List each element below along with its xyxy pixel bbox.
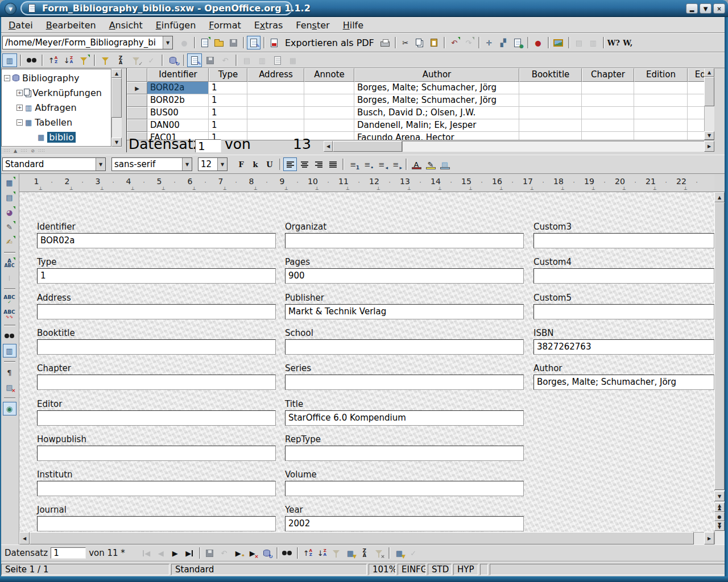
hscrollbar-thumb[interactable] [30,532,694,544]
column-header-annote[interactable]: Annote [304,68,354,82]
tree-item-label[interactable]: Bibliography [22,73,80,84]
chevron-down-icon[interactable]: ▼ [163,36,172,49]
field-input-editor[interactable] [37,410,276,426]
grid-cell[interactable] [519,82,582,94]
grid-cell[interactable] [304,82,354,94]
tab-stop-marker[interactable]: ⊥ [592,186,595,191]
tab-stop-marker[interactable]: ⊥ [39,186,43,191]
field-input-series[interactable] [285,375,524,390]
edit-data-icon[interactable]: ✎ [187,53,202,67]
draw-functions-icon[interactable]: ✎ [3,220,16,234]
font-name-input[interactable] [112,159,182,169]
export-pdf-icon[interactable] [267,36,281,49]
last-record-icon[interactable]: ▶ [183,546,196,560]
field-input-address[interactable] [37,304,276,319]
find-record-icon[interactable] [280,546,294,560]
refresh-icon[interactable]: ↻ [260,546,274,560]
tree-item-label[interactable]: Verknüpfungen [32,88,102,98]
field-input-journal[interactable] [37,516,276,531]
tab-stop-marker[interactable]: ⊥ [346,186,350,191]
grid-hscrollbar-thumb[interactable] [333,141,402,152]
grid-vertical-scrollbar[interactable]: ▲ ▼ [704,68,714,140]
edit-file-icon[interactable]: ✎ [247,36,260,49]
splitter-handle[interactable] [20,149,27,153]
column-header-identifier[interactable]: Identifier [147,68,209,82]
font-size-combo[interactable]: ▼ [198,157,228,171]
sort-ascending-icon[interactable]: ↑AZ [301,546,315,560]
menu-format[interactable]: Format [202,18,247,32]
navigator-icon[interactable]: ✛ [482,36,496,49]
grid-cell[interactable] [519,107,582,119]
grid-cell[interactable] [582,82,634,94]
standard-filter-icon[interactable]: ▦▼ [344,546,357,560]
chevron-down-icon[interactable]: ▼ [182,158,192,171]
insert-object-icon[interactable]: ◕ [3,205,16,219]
field-input-chapter[interactable] [37,375,276,390]
graphics-onoff-icon[interactable]: ▨× [3,380,16,394]
decrease-indent-icon[interactable]: ≡◂ [375,157,388,171]
grid-cell[interactable] [634,94,688,107]
paste-icon[interactable] [427,36,441,49]
grid-cell[interactable] [247,107,304,119]
grid-cell[interactable]: Borges, Malte; Schumacher, Jörg [354,82,519,94]
increase-indent-icon[interactable]: ≡▸ [389,157,403,171]
paragraph-style-combo[interactable]: ▼ [2,157,106,171]
align-left-icon[interactable] [283,157,297,171]
grid-scrollbar-thumb[interactable] [704,77,714,106]
expand-icon[interactable]: + [16,90,23,96]
url-input[interactable] [3,38,163,48]
underline-icon[interactable]: U [263,157,276,171]
tab-stop-marker[interactable]: ⊥ [561,186,565,191]
tab-stop-marker[interactable]: ⊥ [684,186,688,191]
tab-stop-marker[interactable]: ⊥ [192,186,196,191]
tree-scrollbar[interactable]: ▲ ▼ [111,69,122,147]
scroll-down-icon[interactable]: ▼ [714,491,725,501]
tab-stop-marker[interactable]: ⊥ [223,186,227,191]
next-record-icon[interactable]: ▶ [168,546,182,560]
minimize-button[interactable]: ▂ [686,3,698,14]
row-header[interactable] [127,94,147,107]
field-input-title[interactable]: StarOffice 6.0 Kompendium [285,410,524,426]
align-center-icon[interactable] [297,157,311,171]
grid-cell[interactable]: 1 [209,119,247,132]
grid-cell[interactable] [247,94,304,107]
tree-item-tabellen[interactable]: −▦Tabellen [2,116,72,128]
grid-cell[interactable] [304,119,354,132]
export-pdf-label[interactable]: Exportieren als PDF [285,38,374,48]
field-input-author[interactable]: Borges, Malte; Schumacher, Jörg [533,375,714,390]
tab-stop-marker[interactable]: ⊥ [100,186,104,191]
font-size-input[interactable] [198,159,217,169]
delete-record-icon[interactable]: ▶× [246,546,259,560]
grid-cell[interactable] [582,119,634,132]
sort-ascending-icon[interactable]: ↑AZ [46,53,60,67]
menu-extras[interactable]: Extras [248,18,289,32]
menu-ansicht[interactable]: Ansicht [103,18,149,32]
url-combo[interactable]: ▼ [2,36,173,49]
grid-cell[interactable] [519,94,582,107]
tip-help-icon[interactable]: W, [621,36,635,49]
row-header[interactable] [127,107,147,119]
grid-cell[interactable] [304,94,354,107]
justify-icon[interactable] [326,157,340,171]
new-record-icon[interactable]: ▶* [231,546,245,560]
collapse-up-icon[interactable]: ▲ [14,149,17,153]
column-header-booktitle[interactable]: Booktitle [519,68,582,82]
copy-icon[interactable] [413,36,427,49]
grid-cell[interactable] [634,82,688,94]
sort-descending-icon[interactable]: ↓ZA [315,546,329,560]
horizontal-ruler[interactable]: 1·⊥2·⊥3·⊥4·⊥5·⊥6·⊥7·⊥8·⊥9·⊥10·⊥11·⊥12·⊥1… [19,174,714,192]
scroll-up-icon[interactable]: ▲ [704,68,714,77]
tab-stop-marker[interactable]: ⊥ [162,186,166,191]
standard-filter-icon[interactable] [98,53,113,67]
grid-cell[interactable]: 1 [209,94,247,107]
scroll-right-icon[interactable]: ▶ [704,532,714,544]
column-header-address[interactable]: Address [247,68,304,82]
field-input-year[interactable]: 2002 [285,516,524,531]
data-sources-icon[interactable]: ▥ [2,53,17,67]
close-button[interactable]: × [713,3,725,14]
grid-cell[interactable]: BOR02a [147,82,209,94]
previous-page-icon[interactable]: ▲▲ [714,502,725,512]
field-input-isbn[interactable]: 3827262763 [533,339,714,355]
window-menu-button[interactable]: ▼ [5,3,16,15]
tree-item-abfragen[interactable]: +▥Abfragen [2,101,77,114]
